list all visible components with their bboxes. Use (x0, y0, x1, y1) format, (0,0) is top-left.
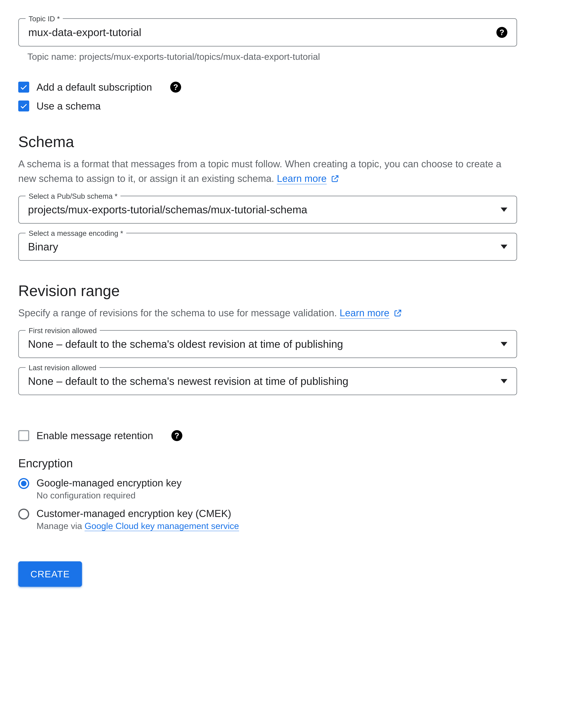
encryption-cmek-label: Customer-managed encryption key (CMEK) (36, 508, 239, 519)
schema-description: A schema is a format that messages from … (18, 157, 517, 187)
add-default-subscription-label: Add a default subscription (36, 81, 152, 93)
chevron-down-icon (501, 245, 507, 249)
topic-id-label: Topic ID * (26, 15, 63, 23)
encryption-radio-group: Google-managed encryption key No configu… (18, 477, 566, 531)
use-schema-label: Use a schema (36, 100, 101, 112)
add-default-subscription-row: Add a default subscription ? (18, 81, 566, 93)
help-icon[interactable]: ? (171, 430, 182, 441)
last-revision-label: Last revision allowed (26, 364, 99, 372)
topic-id-input[interactable] (28, 26, 490, 38)
encryption-google-row[interactable]: Google-managed encryption key No configu… (18, 477, 566, 500)
help-icon[interactable]: ? (497, 27, 507, 38)
enable-retention-label: Enable message retention (36, 430, 153, 441)
encryption-heading: Encryption (18, 457, 566, 470)
select-encoding-value: Binary (28, 241, 494, 253)
schema-learn-more-link[interactable]: Learn more (277, 173, 327, 184)
schema-learn-more-text: Learn more (277, 173, 327, 184)
select-encoding-label: Select a message encoding * (26, 229, 126, 237)
enable-retention-checkbox[interactable] (18, 430, 29, 441)
last-revision-field[interactable]: Last revision allowed None – default to … (18, 367, 517, 395)
add-default-subscription-checkbox[interactable] (18, 82, 29, 93)
schema-heading: Schema (18, 133, 566, 151)
help-icon[interactable]: ? (170, 82, 181, 93)
revision-range-description: Specify a range of revisions for the sch… (18, 306, 517, 321)
chevron-down-icon (501, 342, 507, 346)
encryption-cmek-sub-prefix: Manage via (36, 521, 84, 531)
checkmark-icon (20, 83, 28, 91)
select-schema-value: projects/mux-exports-tutorial/schemas/mu… (28, 204, 494, 216)
encryption-google-label: Google-managed encryption key (36, 477, 182, 489)
topic-name-helper-prefix: Topic name: (27, 52, 79, 62)
external-link-icon (394, 306, 402, 321)
topic-name-helper: Topic name: projects/mux-exports-tutoria… (27, 51, 566, 62)
topic-id-field: Topic ID * ? (18, 18, 517, 47)
first-revision-label: First revision allowed (26, 327, 100, 335)
revision-range-heading: Revision range (18, 282, 566, 300)
select-schema-field[interactable]: Select a Pub/Sub schema * projects/mux-e… (18, 196, 517, 224)
chevron-down-icon (501, 208, 507, 212)
first-revision-field[interactable]: First revision allowed None – default to… (18, 330, 517, 358)
select-schema-label: Select a Pub/Sub schema * (26, 192, 121, 200)
select-encoding-field[interactable]: Select a message encoding * Binary (18, 233, 517, 261)
chevron-down-icon (501, 379, 507, 383)
topic-name-helper-value: projects/mux-exports-tutorial/topics/mux… (79, 52, 320, 62)
last-revision-value: None – default to the schema's newest re… (28, 375, 494, 387)
use-schema-row: Use a schema (18, 100, 566, 112)
schema-description-text: A schema is a format that messages from … (18, 158, 502, 184)
create-button[interactable]: CREATE (18, 561, 82, 587)
encryption-cmek-row[interactable]: Customer-managed encryption key (CMEK) M… (18, 508, 566, 531)
first-revision-value: None – default to the schema's oldest re… (28, 338, 494, 350)
revision-learn-more-link[interactable]: Learn more (339, 307, 389, 319)
use-schema-checkbox[interactable] (18, 101, 29, 111)
encryption-cmek-sub: Manage via Google Cloud key management s… (36, 521, 239, 531)
checkmark-icon (20, 102, 28, 110)
encryption-cmek-radio[interactable] (18, 509, 29, 520)
revision-range-description-text: Specify a range of revisions for the sch… (18, 307, 339, 318)
encryption-google-radio[interactable] (18, 478, 29, 489)
external-link-icon (331, 172, 339, 187)
encryption-google-sub: No configuration required (36, 490, 182, 500)
enable-retention-row: Enable message retention ? (18, 430, 566, 441)
revision-learn-more-text: Learn more (339, 307, 389, 318)
encryption-cmek-kms-link-text: Google Cloud key management service (84, 521, 239, 531)
encryption-cmek-kms-link[interactable]: Google Cloud key management service (84, 521, 239, 531)
